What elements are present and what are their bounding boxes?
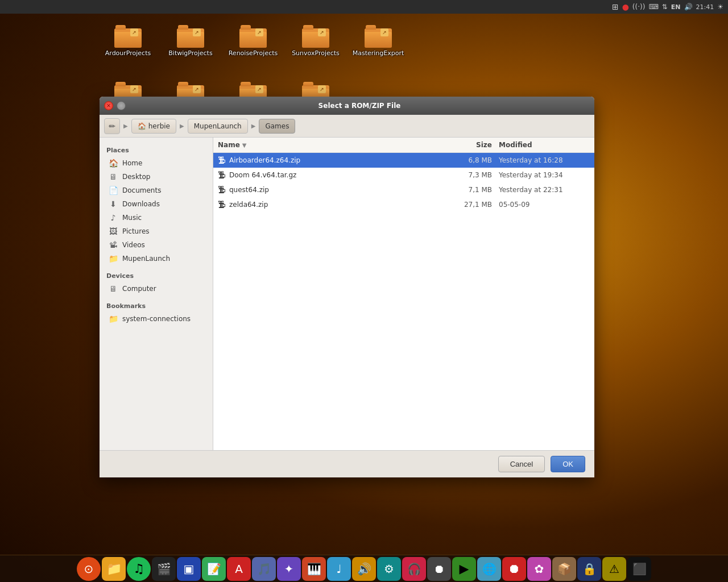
- top-panel: ⊞ ● ((·)) ⌨ ⇅ EN 🔊 21:41 ☀: [0, 0, 728, 14]
- taskbar-icon-hex[interactable]: ✦: [277, 557, 301, 581]
- close-button[interactable]: ✕: [104, 101, 113, 110]
- taskbar-icon-teal2[interactable]: ⚙: [377, 557, 401, 581]
- sort-arrow-icon: ▼: [242, 142, 247, 148]
- dialog-sidebar: Places 🏠 Home 🖥 Desktop 📄 Documents ⬇ Do…: [100, 138, 213, 450]
- file-row-3[interactable]: 🗜 zelda64.zip 27,1 MB 05-05-09: [213, 197, 594, 212]
- desktop-sidebar-icon: 🖥: [109, 172, 118, 181]
- taskbar-icon-clapper[interactable]: 🎬: [152, 557, 176, 581]
- taskbar-icon-midi[interactable]: 🎹: [302, 557, 326, 581]
- power-icon[interactable]: ●: [622, 2, 629, 11]
- clock: 21:41: [696, 3, 714, 11]
- dialog-toolbar: ✏ ▶ 🏠 herbie ▶ MupenLaunch ▶ Games: [100, 115, 594, 138]
- documents-sidebar-icon: 📄: [109, 186, 118, 195]
- file-row-0[interactable]: 🗜 Airboarder64.z64.zip 6,8 MB Yesterday …: [213, 153, 594, 168]
- cancel-button[interactable]: Cancel: [498, 456, 545, 472]
- breadcrumb-games[interactable]: Games: [259, 119, 295, 134]
- taskbar-icon-music2[interactable]: 🎵: [252, 557, 276, 581]
- sidebar-item-pictures[interactable]: 🖼 Pictures: [100, 225, 213, 238]
- volume-icon[interactable]: 🔊: [684, 3, 693, 11]
- sidebar-section-devices: Devices: [100, 270, 213, 282]
- wifi-icon[interactable]: ((·)): [632, 3, 646, 11]
- file-icon-1: 🗜: [218, 171, 229, 180]
- network-icon[interactable]: ⇅: [662, 3, 668, 11]
- sidebar-section-bookmarks: Bookmarks: [100, 300, 213, 312]
- file-icon-2: 🗜: [218, 185, 229, 194]
- breadcrumb-separator-1: ▶: [180, 123, 184, 129]
- file-icon-0: 🗜: [218, 156, 229, 165]
- taskbar-icon-audio[interactable]: 🔊: [352, 557, 376, 581]
- dialog-filelist: Name ▼ Size Modified 🗜 Airboarder64.z64.…: [213, 138, 594, 450]
- taskbar-icon-notepad[interactable]: 📝: [202, 557, 226, 581]
- taskbar: ⊙ 📁 ♫ 🎬 ▣ 📝 A 🎵 ✦ 🎹 ♩ 🔊 ⚙ 🎧 ⏺ ▶ 🌐 ⏺ ✿ 📦 …: [0, 555, 728, 582]
- taskbar-icon-piano[interactable]: ♩: [327, 557, 351, 581]
- taskbar-icon-play[interactable]: ▶: [452, 557, 476, 581]
- pictures-sidebar-icon: 🖼: [109, 227, 118, 236]
- taskbar-icon-plug[interactable]: ⏺: [427, 557, 451, 581]
- downloads-sidebar-icon: ⬇: [109, 199, 118, 209]
- breadcrumb-separator-2: ▶: [251, 123, 256, 129]
- desktop-icon-mastering-export[interactable]: ↗ MasteringExport: [347, 20, 410, 77]
- music-sidebar-icon: ♪: [109, 213, 118, 222]
- dialog-footer: Cancel OK: [100, 450, 594, 477]
- sidebar-item-system-connections[interactable]: 📁 system-connections: [100, 312, 213, 326]
- taskbar-icon-globe[interactable]: 🌐: [477, 557, 501, 581]
- language-indicator[interactable]: EN: [671, 3, 681, 11]
- breadcrumb-herbie[interactable]: 🏠 herbie: [131, 119, 176, 134]
- taskbar-icon-pink2[interactable]: ✿: [527, 557, 551, 581]
- sidebar-item-desktop[interactable]: 🖥 Desktop: [100, 170, 213, 184]
- filelist-header: Name ▼ Size Modified: [213, 138, 594, 153]
- file-row-2[interactable]: 🗜 quest64.zip 7,1 MB Yesterday at 22:31: [213, 182, 594, 197]
- apps-grid-icon[interactable]: ⊞: [612, 2, 619, 11]
- taskbar-icon-ubuntu[interactable]: ⊙: [77, 557, 101, 581]
- taskbar-icon-spotify[interactable]: ♫: [127, 557, 151, 581]
- file-icon-3: 🗜: [218, 200, 229, 209]
- sidebar-item-music[interactable]: ♪ Music: [100, 211, 213, 225]
- sidebar-item-computer[interactable]: 🖥 Computer: [100, 282, 213, 296]
- keyboard-icon[interactable]: ⌨: [648, 3, 658, 11]
- videos-sidebar-icon: 📽: [109, 240, 118, 250]
- column-modified[interactable]: Modified: [499, 141, 590, 149]
- taskbar-icon-warn[interactable]: ⚠: [602, 557, 626, 581]
- dialog-titlebar: ✕ Select a ROM/ZIP File: [100, 97, 594, 115]
- breadcrumb-mupenlaunch[interactable]: MupenLaunch: [188, 119, 248, 134]
- dialog-body: Places 🏠 Home 🖥 Desktop 📄 Documents ⬇ Do…: [100, 138, 594, 450]
- mupenlaunch-sidebar-icon: 📁: [109, 254, 118, 263]
- desktop-icon-ardour-projects[interactable]: ↗ ArdourProjects: [97, 20, 159, 77]
- sidebar-section-places: Places: [100, 144, 213, 156]
- sidebar-item-home[interactable]: 🏠 Home: [100, 156, 213, 170]
- column-name[interactable]: Name ▼: [218, 141, 453, 149]
- column-size[interactable]: Size: [453, 141, 499, 149]
- breadcrumb-separator-0: ▶: [123, 123, 128, 129]
- taskbar-icon-record[interactable]: ⏺: [502, 557, 526, 581]
- system-connections-icon: 📁: [109, 314, 118, 323]
- dialog-title: Select a ROM/ZIP File: [129, 102, 590, 110]
- sidebar-item-documents[interactable]: 📄 Documents: [100, 184, 213, 197]
- file-dialog: ✕ Select a ROM/ZIP File ✏ ▶ 🏠 herbie ▶ M…: [100, 97, 594, 477]
- filelist-content: 🗜 Airboarder64.z64.zip 6,8 MB Yesterday …: [213, 153, 594, 450]
- desktop-icon-bitwing-projects[interactable]: ↗ BitwigProjects: [159, 20, 222, 77]
- edit-button[interactable]: ✏: [104, 118, 120, 134]
- ok-button[interactable]: OK: [551, 456, 585, 472]
- brightness-icon[interactable]: ☀: [717, 3, 723, 11]
- desktop-icon-sunvox-projects[interactable]: ↗ SunvoxProjects: [284, 20, 347, 77]
- taskbar-icon-screen[interactable]: ▣: [177, 557, 201, 581]
- home-icon: 🏠: [138, 122, 146, 130]
- home-sidebar-icon: 🏠: [109, 159, 118, 168]
- file-row-1[interactable]: 🗜 Doom 64.v64.tar.gz 7,3 MB Yesterday at…: [213, 168, 594, 182]
- sidebar-item-mupenlaunch[interactable]: 📁 MupenLaunch: [100, 252, 213, 265]
- sidebar-item-downloads[interactable]: ⬇ Downloads: [100, 197, 213, 211]
- sidebar-item-videos[interactable]: 📽 Videos: [100, 238, 213, 252]
- taskbar-icon-headphones[interactable]: 🎧: [402, 557, 426, 581]
- taskbar-icon-files[interactable]: 📁: [102, 557, 126, 581]
- taskbar-icon-ardour[interactable]: A: [227, 557, 251, 581]
- taskbar-icon-terminal[interactable]: ⬛: [627, 557, 651, 581]
- desktop-icon-renoise-projects[interactable]: ↗ RenoiseProjects: [222, 20, 284, 77]
- computer-sidebar-icon: 🖥: [109, 284, 118, 293]
- taskbar-icon-lock[interactable]: 🔒: [577, 557, 601, 581]
- minimize-button[interactable]: [117, 101, 126, 110]
- taskbar-icon-pkg[interactable]: 📦: [552, 557, 576, 581]
